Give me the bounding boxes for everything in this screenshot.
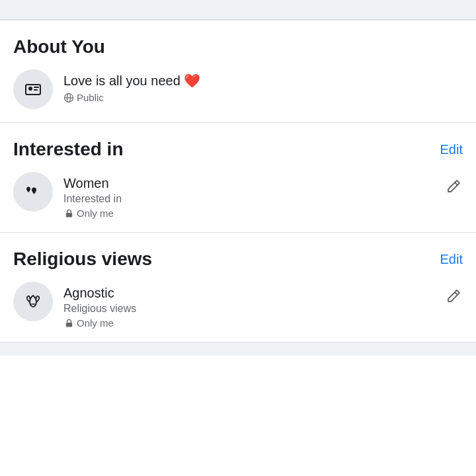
religious-views-value: Agnostic [63, 284, 434, 301]
pencil-icon-2 [444, 287, 463, 305]
profile-card-icon-circle [13, 69, 53, 109]
religious-views-content: Agnostic Religious views Only me [63, 282, 434, 329]
interested-in-privacy: Only me [63, 208, 434, 219]
about-you-item: Love is all you need ❤️ Public [13, 69, 463, 109]
lock-icon-1 [63, 208, 74, 219]
interested-in-pencil-wrap[interactable] [444, 172, 463, 196]
profile-card-icon [24, 80, 42, 99]
interested-in-sub-label: Interested in [63, 193, 434, 205]
interested-in-edit-button[interactable]: Edit [440, 142, 463, 157]
religious-views-header: Religious views Edit [13, 249, 463, 270]
religious-views-privacy: Only me [63, 317, 434, 329]
religious-views-sub-label: Religious views [63, 303, 434, 315]
svg-line-11 [455, 292, 457, 295]
about-you-privacy: Public [63, 92, 463, 103]
globe-icon [63, 93, 74, 103]
about-you-privacy-label: Public [77, 92, 104, 103]
religious-views-title: Religious views [13, 249, 152, 270]
religious-views-item: Agnostic Religious views Only me [13, 282, 463, 329]
svg-rect-10 [65, 323, 71, 327]
interested-in-item: Women Interested in Only me [13, 172, 463, 219]
interested-in-title: Interested in [13, 139, 123, 160]
about-you-header: About You [13, 36, 463, 58]
svg-rect-0 [26, 85, 40, 95]
bottom-hint [0, 342, 476, 356]
pray-icon-circle [13, 282, 53, 321]
svg-point-1 [28, 87, 32, 91]
interested-in-content: Women Interested in Only me [63, 172, 434, 219]
interested-in-value: Women [63, 175, 434, 192]
about-you-section: About You Love is all you need ❤️ [0, 20, 476, 122]
globe-svg [63, 93, 74, 103]
pray-icon [24, 292, 42, 311]
religious-views-pencil-wrap[interactable] [444, 282, 463, 305]
about-you-text: Love is all you need ❤️ [63, 72, 463, 89]
about-you-title: About You [13, 36, 105, 58]
pencil-icon-1 [444, 177, 463, 196]
interested-in-header: Interested in Edit [13, 139, 463, 160]
lock-svg-2 [64, 318, 74, 328]
religious-views-privacy-label: Only me [77, 317, 114, 329]
hearts-icon-circle [13, 172, 53, 212]
interested-in-section: Interested in Edit Women Interested in O… [0, 123, 476, 232]
interested-in-privacy-label: Only me [77, 208, 114, 219]
religious-views-edit-button[interactable]: Edit [440, 252, 463, 267]
religious-views-section: Religious views Edit Agnostic Religious … [0, 233, 476, 342]
hearts-icon [24, 182, 42, 201]
top-bar [0, 0, 476, 20]
lock-svg-1 [64, 208, 74, 218]
svg-rect-7 [65, 213, 71, 218]
about-you-content: Love is all you need ❤️ Public [63, 69, 463, 103]
lock-icon-2 [63, 318, 74, 329]
svg-line-8 [455, 182, 457, 185]
